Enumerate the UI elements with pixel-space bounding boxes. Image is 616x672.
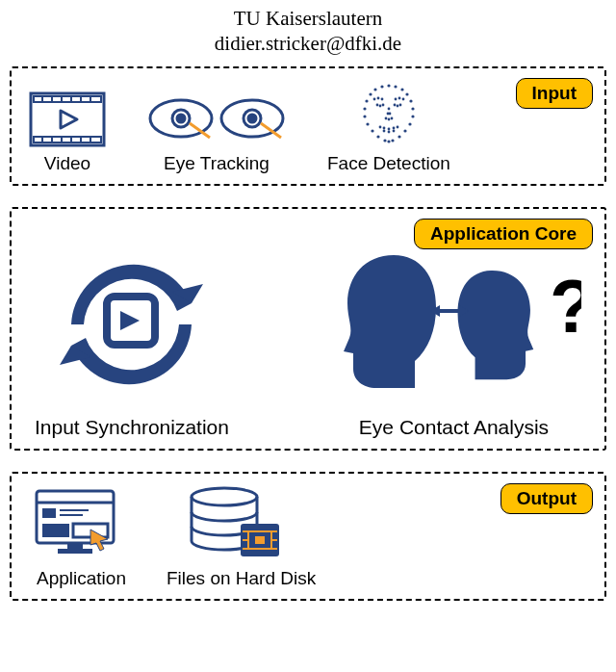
output-block: Output bbox=[10, 472, 606, 601]
svg-point-63 bbox=[390, 116, 393, 119]
svg-point-28 bbox=[400, 88, 403, 90]
svg-point-68 bbox=[396, 125, 398, 128]
svg-point-29 bbox=[369, 92, 372, 95]
svg-point-32 bbox=[409, 99, 412, 102]
face-detection-item: Face Detection bbox=[327, 80, 450, 174]
affiliation: TU Kaiserslautern bbox=[10, 6, 606, 31]
face-detection-caption: Face Detection bbox=[327, 153, 450, 174]
svg-point-45 bbox=[387, 140, 390, 142]
core-row: Input Synchronization ? bbox=[25, 222, 591, 439]
svg-point-42 bbox=[398, 135, 400, 138]
application-item: Application bbox=[31, 485, 132, 589]
eye-tracking-item: Eye Tracking bbox=[144, 91, 289, 174]
core-badge: Application Core bbox=[414, 219, 593, 249]
application-caption: Application bbox=[37, 568, 126, 589]
files-caption: Files on Hard Disk bbox=[167, 568, 316, 589]
svg-point-26 bbox=[394, 85, 397, 88]
svg-rect-85 bbox=[42, 524, 69, 537]
svg-rect-88 bbox=[58, 549, 92, 554]
svg-point-41 bbox=[376, 135, 379, 138]
eye-tracking-caption: Eye Tracking bbox=[164, 153, 270, 174]
files-item: Files on Hard Disk bbox=[167, 485, 316, 589]
header-text: TU Kaiserslautern didier.stricker@dfki.d… bbox=[10, 6, 606, 57]
input-block: Input bbox=[10, 66, 606, 186]
svg-rect-82 bbox=[42, 508, 56, 518]
application-icon bbox=[31, 485, 132, 562]
svg-point-49 bbox=[394, 97, 397, 100]
harddisk-icon bbox=[181, 485, 301, 562]
svg-point-71 bbox=[392, 129, 395, 132]
svg-point-90 bbox=[192, 488, 257, 505]
svg-point-31 bbox=[365, 99, 368, 102]
svg-point-21 bbox=[248, 115, 256, 122]
face-detection-icon bbox=[346, 80, 432, 147]
svg-point-58 bbox=[387, 107, 390, 110]
svg-point-27 bbox=[373, 88, 376, 90]
svg-point-57 bbox=[398, 103, 401, 106]
video-icon bbox=[29, 91, 106, 147]
svg-marker-75 bbox=[120, 311, 140, 330]
svg-point-52 bbox=[375, 103, 378, 106]
svg-point-25 bbox=[380, 85, 383, 88]
svg-point-54 bbox=[381, 103, 384, 106]
input-badge: Input bbox=[516, 78, 593, 109]
email: didier.stricker@dfki.de bbox=[10, 31, 606, 56]
svg-point-66 bbox=[387, 127, 390, 130]
svg-point-34 bbox=[411, 107, 414, 110]
video-item: Video bbox=[29, 91, 106, 174]
svg-point-44 bbox=[391, 139, 394, 142]
svg-point-24 bbox=[387, 84, 390, 87]
svg-point-50 bbox=[398, 96, 400, 99]
svg-point-65 bbox=[382, 126, 385, 129]
svg-point-62 bbox=[387, 117, 390, 120]
svg-point-70 bbox=[387, 130, 390, 133]
svg-point-38 bbox=[408, 122, 411, 125]
svg-point-55 bbox=[393, 103, 396, 106]
svg-point-61 bbox=[384, 116, 387, 119]
svg-point-40 bbox=[403, 129, 406, 132]
svg-point-46 bbox=[372, 97, 375, 100]
eye-contact-caption: Eye Contact Analysis bbox=[359, 416, 549, 439]
svg-point-69 bbox=[382, 129, 385, 132]
svg-marker-15 bbox=[61, 111, 77, 128]
input-sync-item: Input Synchronization bbox=[35, 236, 229, 439]
svg-point-51 bbox=[401, 97, 404, 100]
svg-point-47 bbox=[376, 96, 379, 99]
svg-point-43 bbox=[383, 139, 386, 142]
svg-point-18 bbox=[177, 115, 185, 122]
input-sync-caption: Input Synchronization bbox=[35, 416, 229, 439]
svg-point-37 bbox=[366, 122, 369, 125]
svg-point-35 bbox=[363, 115, 366, 117]
svg-point-56 bbox=[396, 104, 398, 107]
svg-point-53 bbox=[378, 104, 381, 107]
svg-text:?: ? bbox=[550, 264, 581, 349]
core-block: Application Core bbox=[10, 207, 606, 451]
svg-point-67 bbox=[392, 126, 395, 129]
svg-point-60 bbox=[388, 112, 391, 115]
svg-rect-93 bbox=[255, 536, 265, 544]
svg-point-39 bbox=[371, 129, 373, 132]
sync-icon bbox=[38, 236, 225, 404]
eye-contact-icon: ? bbox=[326, 236, 581, 404]
eye-tracking-icon bbox=[144, 91, 289, 147]
output-badge: Output bbox=[500, 483, 593, 514]
svg-rect-87 bbox=[67, 543, 83, 549]
svg-point-30 bbox=[405, 92, 408, 95]
svg-point-36 bbox=[411, 115, 414, 117]
video-caption: Video bbox=[44, 153, 90, 174]
svg-point-33 bbox=[363, 107, 366, 110]
svg-point-48 bbox=[380, 97, 383, 100]
svg-point-64 bbox=[378, 125, 381, 128]
svg-marker-89 bbox=[90, 530, 108, 551]
input-row: Video Eye Tracking bbox=[25, 80, 591, 174]
eye-contact-item: ? Eye Contact Analysis bbox=[326, 236, 581, 439]
